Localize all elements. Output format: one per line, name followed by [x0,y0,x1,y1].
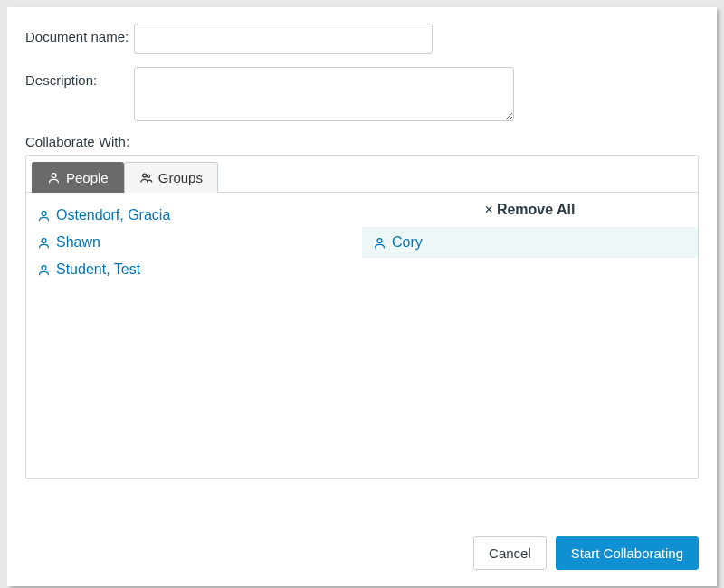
tab-people[interactable]: People [32,162,124,193]
doc-name-row: Document name: [25,24,699,54]
tab-groups[interactable]: Groups [124,162,218,193]
group-icon [139,171,153,185]
person-name: Shawn [56,234,100,251]
svg-point-4 [42,238,46,242]
svg-point-0 [52,174,56,178]
description-input[interactable] [134,67,514,121]
available-people-column: Ostendorf, Gracia Shawn Student, Test [26,193,362,478]
close-icon: × [485,202,493,218]
available-person[interactable]: Shawn [33,229,355,256]
selected-person[interactable]: Cory [362,227,698,258]
svg-point-2 [147,175,149,177]
person-icon [47,171,61,185]
start-collaborating-button[interactable]: Start Collaborating [556,536,699,570]
doc-name-label: Document name: [25,24,134,44]
collaborate-with-box: People Groups Ostendorf, Gracia [25,155,699,479]
collaboration-form-panel: Document name: Description: Collaborate … [7,7,717,586]
person-icon [37,263,51,277]
collab-body: Ostendorf, Gracia Shawn Student, Test [26,193,698,478]
person-icon [373,236,386,250]
tab-people-label: People [66,170,109,185]
svg-point-6 [377,238,382,242]
svg-point-3 [42,211,46,215]
cancel-button[interactable]: Cancel [473,536,547,570]
form-footer: Cancel Start Collaborating [473,536,699,570]
tab-groups-label: Groups [158,170,203,185]
person-icon [37,209,51,223]
doc-name-input[interactable] [134,24,433,54]
svg-point-1 [142,174,146,177]
selected-people-column: × Remove All Cory [362,193,698,478]
person-icon [37,236,51,250]
available-person[interactable]: Ostendorf, Gracia [33,202,355,229]
description-row: Description: [25,67,699,121]
person-name: Cory [392,234,423,251]
person-name: Student, Test [56,261,140,278]
person-name: Ostendorf, Gracia [56,207,170,223]
remove-all-button[interactable]: × Remove All [362,198,698,227]
remove-all-label: Remove All [497,202,576,218]
svg-point-5 [42,265,46,270]
collaborate-with-label: Collaborate With: [25,134,699,149]
available-person[interactable]: Student, Test [33,256,355,283]
description-label: Description: [25,67,134,88]
collab-tabbar: People Groups [26,156,698,193]
